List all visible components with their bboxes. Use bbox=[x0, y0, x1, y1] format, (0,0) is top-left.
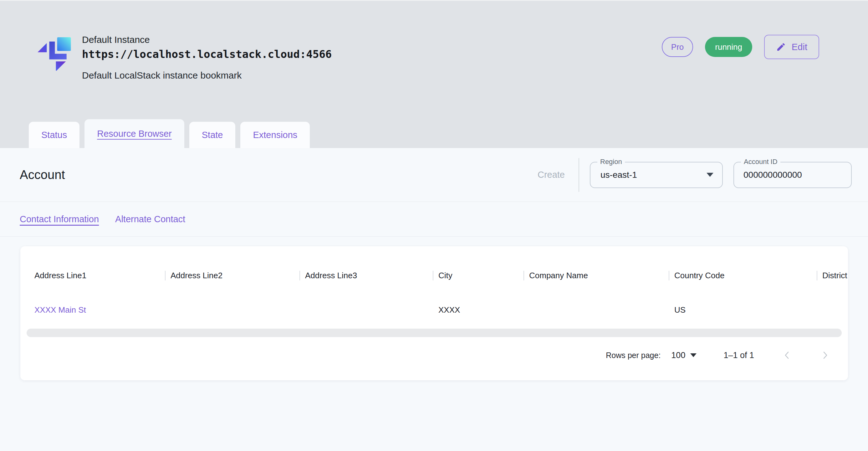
resource-table-card: Address Line1 Address Line2 Address Line… bbox=[20, 246, 848, 380]
region-select[interactable]: Region us-east-1 bbox=[590, 162, 723, 188]
status-badge: running bbox=[705, 37, 752, 57]
column-header-country-code: Country Code bbox=[669, 271, 817, 280]
tab-extensions[interactable]: Extensions bbox=[240, 122, 310, 148]
tab-status[interactable]: Status bbox=[29, 122, 80, 148]
horizontal-scrollbar[interactable] bbox=[27, 329, 842, 337]
table-header-row: Address Line1 Address Line2 Address Line… bbox=[20, 246, 848, 287]
edit-button[interactable]: Edit bbox=[764, 35, 819, 59]
header-actions: Pro running Edit bbox=[662, 35, 819, 59]
edit-button-label: Edit bbox=[792, 42, 807, 52]
resource-browser-panel: Account Create Region us-east-1 Account … bbox=[0, 148, 868, 451]
rows-per-page-value: 100 bbox=[671, 351, 685, 360]
instance-header: Default Instance https://localhost.local… bbox=[0, 0, 868, 148]
column-header-district: District Or bbox=[817, 271, 848, 280]
chevron-down-icon bbox=[707, 173, 713, 177]
chevron-left-icon bbox=[782, 350, 792, 361]
previous-page-button[interactable] bbox=[782, 350, 792, 361]
pagination-bar: Rows per page: 100 1–1 of 1 bbox=[20, 344, 848, 366]
subtab-alternate-contact[interactable]: Alternate Contact bbox=[115, 214, 185, 224]
resource-controls: Create Region us-east-1 Account ID 00000… bbox=[534, 158, 852, 192]
instance-url: https://localhost.localstack.cloud:4566 bbox=[82, 47, 332, 62]
instance-title: Default Instance bbox=[82, 33, 332, 46]
tab-state[interactable]: State bbox=[189, 122, 236, 148]
column-header-company-name: Company Name bbox=[524, 271, 669, 280]
controls-divider bbox=[579, 158, 579, 192]
region-select-label: Region bbox=[597, 158, 625, 166]
column-header-address-line3: Address Line3 bbox=[300, 271, 433, 280]
next-page-button[interactable] bbox=[820, 350, 831, 361]
page-title: Account bbox=[20, 168, 65, 182]
rows-per-page-label: Rows per page: bbox=[606, 351, 660, 360]
chevron-right-icon bbox=[820, 350, 831, 361]
instance-title-block: Default Instance https://localhost.local… bbox=[82, 33, 332, 82]
chevron-down-icon bbox=[690, 353, 696, 357]
column-header-address-line2: Address Line2 bbox=[165, 271, 300, 280]
account-id-field[interactable]: Account ID 000000000000 bbox=[734, 162, 852, 188]
cell-country-code: US bbox=[669, 305, 817, 315]
subtab-contact-information[interactable]: Contact Information bbox=[20, 214, 99, 224]
pencil-icon bbox=[776, 42, 786, 52]
localstack-logo-icon bbox=[31, 31, 72, 71]
account-id-field-label: Account ID bbox=[741, 158, 780, 166]
create-button[interactable]: Create bbox=[534, 170, 568, 180]
pro-badge: Pro bbox=[662, 37, 693, 57]
instance-tabs: Status Resource Browser State Extensions bbox=[29, 119, 310, 148]
pagination-range: 1–1 of 1 bbox=[723, 351, 754, 360]
region-select-value: us-east-1 bbox=[600, 170, 707, 180]
tab-resource-browser[interactable]: Resource Browser bbox=[85, 119, 184, 148]
instance-subtitle: Default LocalStack instance bookmark bbox=[82, 69, 332, 82]
table-row: XXXX Main St XXXX US bbox=[20, 292, 848, 327]
rows-per-page-select[interactable]: 100 bbox=[671, 351, 696, 360]
account-id-field-value: 000000000000 bbox=[743, 170, 842, 180]
cell-address-line1-link[interactable]: XXXX Main St bbox=[34, 305, 165, 315]
resource-header: Account Create Region us-east-1 Account … bbox=[0, 148, 868, 202]
column-header-city: City bbox=[433, 271, 524, 280]
cell-city: XXXX bbox=[433, 305, 524, 315]
column-header-address-line1: Address Line1 bbox=[34, 271, 165, 280]
account-subtabs: Contact Information Alternate Contact bbox=[0, 202, 868, 237]
